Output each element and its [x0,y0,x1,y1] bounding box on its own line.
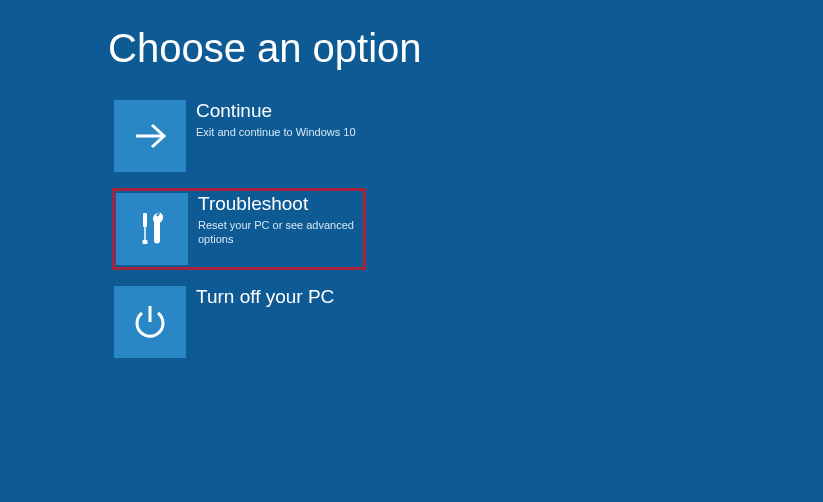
option-continue[interactable]: Continue Exit and continue to Windows 10 [112,98,366,174]
option-description: Reset your PC or see advanced options [198,218,363,247]
tools-icon [116,193,188,265]
power-icon [114,286,186,358]
option-title: Turn off your PC [196,286,334,309]
option-text: Troubleshoot Reset your PC or see advanc… [188,193,363,246]
options-list: Continue Exit and continue to Windows 10… [112,98,366,360]
svg-rect-3 [143,240,148,244]
option-turn-off[interactable]: Turn off your PC [112,284,366,360]
option-troubleshoot[interactable]: Troubleshoot Reset your PC or see advanc… [112,188,366,270]
page-title: Choose an option [108,26,422,71]
option-title: Continue [196,100,356,123]
option-text: Continue Exit and continue to Windows 10 [186,100,356,139]
option-text: Turn off your PC [186,286,334,311]
svg-rect-2 [144,227,146,241]
svg-rect-1 [143,213,147,227]
option-title: Troubleshoot [198,193,363,216]
arrow-right-icon [114,100,186,172]
option-description: Exit and continue to Windows 10 [196,125,356,139]
